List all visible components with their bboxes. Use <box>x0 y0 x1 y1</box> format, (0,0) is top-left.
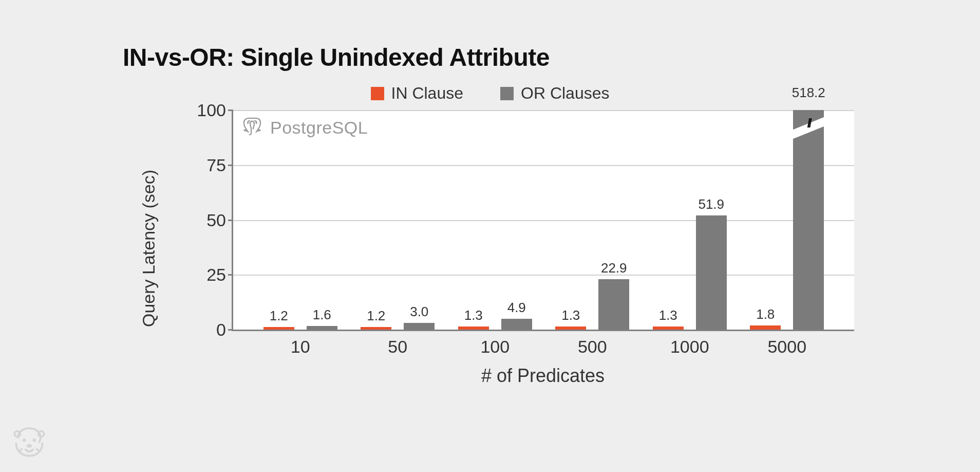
postgresql-watermark-text: PostgreSQL <box>270 118 368 138</box>
svg-point-0 <box>249 122 250 123</box>
data-label: 3.0 <box>410 304 428 320</box>
legend: IN Clause OR Clauses <box>123 84 857 103</box>
svg-point-4 <box>23 439 26 442</box>
bar-group: 1.23.0 <box>356 323 439 330</box>
x-tick-label: 10 <box>291 337 310 357</box>
data-label: 22.9 <box>601 260 627 276</box>
x-axis-label: # of Predicates <box>232 365 854 387</box>
x-tick-label: 500 <box>578 337 607 357</box>
bar-in: 1.2 <box>361 327 391 330</box>
postgresql-icon <box>241 116 263 139</box>
data-label: 518.2 <box>792 85 825 101</box>
otter-watermark-icon <box>9 423 49 463</box>
data-label: 1.3 <box>561 307 580 323</box>
legend-item-or: OR Clauses <box>500 84 610 103</box>
x-tick-label: 50 <box>388 337 407 357</box>
legend-label-in: IN Clause <box>391 84 464 103</box>
bar-or: 4.9 <box>501 319 532 330</box>
y-tick-mark <box>228 165 233 166</box>
chart-title: IN-vs-OR: Single Unindexed Attribute <box>123 43 857 71</box>
data-label: 51.9 <box>698 196 724 212</box>
bar-or: 518.2// <box>793 110 824 330</box>
bar-or: 3.0 <box>404 323 435 330</box>
bar-group: 1.34.9 <box>454 319 536 330</box>
bar-group: 1.351.9 <box>649 215 731 330</box>
legend-label-or: OR Clauses <box>521 84 610 103</box>
y-tick-label: 25 <box>206 265 226 285</box>
y-axis-label: Query Latency (sec) <box>139 170 159 327</box>
svg-point-2 <box>14 431 20 437</box>
postgresql-watermark: PostgreSQL <box>241 116 368 139</box>
data-label: 4.9 <box>507 300 526 316</box>
data-label: 1.3 <box>464 307 483 323</box>
y-tick-label: 50 <box>206 210 226 230</box>
svg-point-5 <box>33 439 36 442</box>
data-label: 1.8 <box>756 306 775 322</box>
legend-item-in: IN Clause <box>371 84 464 103</box>
bar-in: 1.3 <box>555 326 586 330</box>
bar-group: 1.322.9 <box>551 279 633 330</box>
bar-in: 1.3 <box>458 326 489 330</box>
bar-group: 1.21.6 <box>259 326 342 330</box>
y-tick-mark <box>228 329 233 331</box>
x-tick-label: 100 <box>480 337 510 357</box>
x-tick-label: 1000 <box>670 337 709 357</box>
y-tick-mark <box>228 274 233 276</box>
svg-point-1 <box>255 122 256 123</box>
svg-point-3 <box>39 431 44 437</box>
data-label: 1.2 <box>270 308 288 324</box>
bar-or: 1.6 <box>307 326 337 330</box>
bar-in: 1.3 <box>653 326 684 330</box>
bar-group: 1.8518.2// <box>746 110 828 330</box>
bar-or: 51.9 <box>696 215 727 330</box>
y-tick-label: 100 <box>197 100 226 120</box>
axis-break-icon: // <box>807 116 810 131</box>
y-tick-label: 75 <box>206 155 226 175</box>
svg-point-6 <box>27 444 32 447</box>
y-tick-mark <box>228 110 233 111</box>
bar-in: 1.2 <box>263 327 294 330</box>
data-label: 1.2 <box>367 308 385 324</box>
data-label: 1.6 <box>313 307 331 323</box>
y-tick-mark <box>228 220 233 221</box>
bar-or: 22.9 <box>598 279 629 330</box>
x-tick-label: 5000 <box>767 337 806 357</box>
y-tick-label: 0 <box>216 320 226 340</box>
data-label: 1.3 <box>659 307 677 323</box>
legend-swatch-or <box>500 87 514 100</box>
plot-area: PostgreSQL 02550751001.21.6101.23.0501.3… <box>232 110 854 331</box>
bar-in: 1.8 <box>750 325 781 330</box>
legend-swatch-in <box>371 87 384 100</box>
